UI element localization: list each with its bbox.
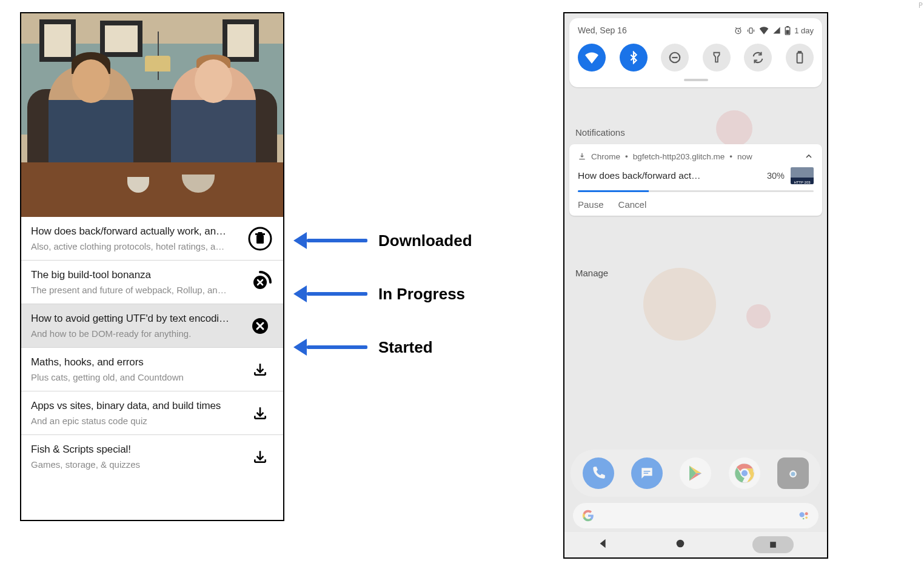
chrome-icon — [734, 463, 755, 484]
arrowhead-icon — [293, 232, 307, 249]
progress-fill — [578, 190, 649, 192]
episode-item[interactable]: Maths, hooks, and errors Plus cats, gett… — [21, 348, 283, 391]
annotation-label: Downloaded — [378, 231, 472, 250]
podcast-app-panel: How does back/forward actually work, an…… — [20, 12, 284, 521]
search-pill[interactable] — [573, 503, 819, 528]
svg-rect-13 — [798, 52, 801, 53]
download-button[interactable] — [247, 405, 273, 421]
notification-thumbnail: HTTP 203 — [791, 167, 814, 184]
nav-home-button[interactable] — [675, 538, 686, 551]
toggle-wifi[interactable] — [578, 44, 606, 72]
episode-item[interactable]: How does back/forward actually work, an…… — [21, 217, 283, 261]
svg-rect-1 — [256, 235, 264, 244]
dock-app-camera[interactable] — [777, 457, 809, 489]
episode-title: Fish & Scripts special! — [31, 444, 241, 456]
download-icon — [252, 449, 268, 465]
episode-title: Apps vs sites, binary data, and build ti… — [31, 400, 241, 412]
android-notification-shade: Wed, Sep 16 1 day — [563, 12, 828, 559]
nav-recents-button[interactable] — [752, 536, 794, 553]
cancel-icon — [251, 317, 269, 335]
autorotate-icon — [751, 51, 765, 64]
cancel-download-inprogress-button[interactable] — [247, 270, 273, 295]
svg-point-23 — [805, 517, 808, 519]
delete-button[interactable] — [247, 226, 273, 251]
episode-subtitle: Plus cats, getting old, and Countdown — [31, 372, 241, 382]
svg-point-24 — [803, 518, 805, 520]
download-small-icon — [578, 152, 586, 161]
dock-app-chrome[interactable] — [729, 457, 760, 489]
bluetooth-icon — [627, 51, 640, 64]
episode-subtitle: The present and future of webpack, Rollu… — [31, 285, 241, 295]
annotation-label: Started — [378, 338, 433, 357]
download-icon — [252, 405, 268, 421]
svg-rect-26 — [770, 542, 776, 548]
hero-video-thumbnail[interactable] — [21, 13, 283, 217]
nav-back-button[interactable] — [598, 538, 609, 551]
notification-header: Chrome • bgfetch-http203.glitch.me • now — [578, 151, 814, 161]
notification-cancel-button[interactable]: Cancel — [618, 199, 647, 210]
toggle-battery-saver[interactable] — [786, 44, 814, 72]
episode-subtitle: Also, active clothing protocols, hotel r… — [31, 241, 241, 251]
svg-rect-3 — [258, 232, 263, 234]
episode-subtitle: And how to be DOM-ready for anything. — [31, 328, 241, 339]
episode-subtitle: Games, storage, & quizzes — [31, 459, 241, 470]
dock-app-phone[interactable] — [583, 457, 614, 489]
annotation-arrow-started: Started — [293, 338, 433, 356]
svg-rect-12 — [797, 53, 803, 63]
toggle-bluetooth[interactable] — [620, 44, 648, 72]
flashlight-icon — [711, 51, 723, 64]
expand-handle[interactable] — [684, 79, 708, 81]
svg-point-25 — [677, 540, 685, 548]
annotation-label: In Progress — [378, 285, 465, 304]
arrowhead-icon — [293, 285, 307, 302]
episode-item[interactable]: How to avoid getting UTF'd by text encod… — [21, 304, 283, 348]
download-notification[interactable]: Chrome • bgfetch-http203.glitch.me • now… — [569, 144, 822, 216]
notification-source: bgfetch-http203.glitch.me — [633, 152, 725, 161]
battery-status-icon — [785, 26, 791, 35]
quick-settings-toggles — [578, 44, 814, 72]
episode-title: How does back/forward actually work, an… — [31, 225, 241, 238]
wifi-icon — [584, 52, 599, 64]
assistant-icon — [798, 510, 810, 522]
manage-notifications-button[interactable]: Manage — [575, 268, 608, 278]
episode-item[interactable]: Apps vs sites, binary data, and build ti… — [21, 391, 283, 435]
section-label-notifications: Notifications — [575, 127, 625, 138]
signal-status-icon — [772, 26, 781, 35]
battery-status-text: 1 day — [794, 26, 814, 35]
cancel-download-started-button[interactable] — [247, 317, 273, 335]
app-dock — [571, 450, 821, 497]
download-progress-bar — [578, 190, 814, 192]
cancel-progress-icon — [247, 270, 273, 295]
dock-app-playstore[interactable] — [680, 457, 711, 489]
back-icon — [598, 538, 609, 549]
navigation-bar — [564, 532, 827, 557]
dock-app-messages[interactable] — [631, 457, 663, 489]
messages-icon — [639, 465, 655, 481]
download-button[interactable] — [247, 449, 273, 465]
notification-percent: 30% — [761, 171, 785, 181]
svg-point-21 — [800, 512, 805, 517]
play-icon — [686, 464, 705, 482]
arrowhead-icon — [293, 339, 307, 356]
toggle-flashlight[interactable] — [703, 44, 731, 72]
svg-point-20 — [791, 472, 795, 476]
home-icon — [675, 538, 686, 549]
chevron-up-icon[interactable] — [804, 151, 814, 161]
dnd-icon — [668, 51, 681, 64]
svg-point-22 — [805, 512, 808, 515]
episode-item[interactable]: The big build-tool bonanza The present a… — [21, 261, 283, 304]
annotation-arrow-inprogress: In Progress — [293, 285, 465, 303]
status-bar-icons: 1 day — [734, 26, 814, 35]
recents-icon — [768, 540, 778, 550]
toggle-dnd[interactable] — [661, 44, 689, 72]
episode-item[interactable]: Fish & Scripts special! Games, storage, … — [21, 435, 283, 478]
toggle-autorotate[interactable] — [744, 44, 772, 72]
phone-icon — [591, 465, 606, 481]
trash-icon — [247, 226, 273, 251]
svg-rect-10 — [786, 30, 789, 34]
camera-icon — [785, 466, 802, 481]
notification-pause-button[interactable]: Pause — [578, 199, 604, 210]
svg-rect-7 — [749, 28, 752, 33]
notification-app: Chrome — [591, 152, 620, 161]
download-button[interactable] — [247, 362, 273, 377]
